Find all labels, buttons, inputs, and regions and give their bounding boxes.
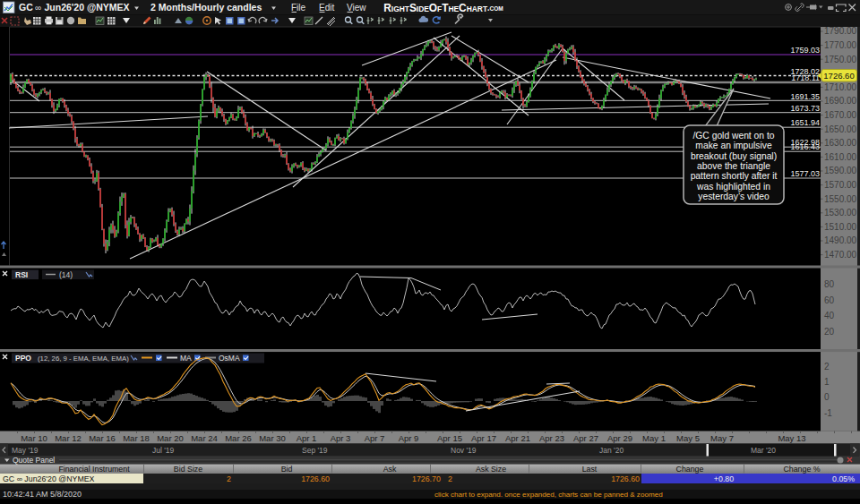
svg-text:1718.11: 1718.11 bbox=[791, 73, 820, 82]
svg-text:60: 60 bbox=[824, 295, 835, 305]
svg-text:Mar 16: Mar 16 bbox=[89, 433, 116, 443]
svg-text:Apr 3: Apr 3 bbox=[331, 433, 351, 443]
svg-text:40: 40 bbox=[824, 311, 835, 320]
svg-text:PPO: PPO bbox=[15, 354, 31, 363]
svg-text:1577.03: 1577.03 bbox=[790, 169, 820, 178]
svg-text:File: File bbox=[291, 3, 306, 13]
svg-text:breakout (buy signal): breakout (buy signal) bbox=[691, 151, 777, 161]
svg-text:Ask: Ask bbox=[383, 465, 397, 474]
svg-text:May '19: May '19 bbox=[12, 446, 39, 455]
svg-text:RightSideOfTheChart.com: RightSideOfTheChart.com bbox=[383, 0, 503, 14]
svg-text:1726.70: 1726.70 bbox=[412, 474, 441, 483]
svg-text:2 Months/Hourly candles: 2 Months/Hourly candles bbox=[150, 2, 262, 13]
svg-text:1: 1 bbox=[824, 377, 830, 387]
svg-text:Change: Change bbox=[676, 465, 704, 474]
svg-text:2: 2 bbox=[227, 474, 231, 483]
svg-text:Apr 15: Apr 15 bbox=[437, 433, 462, 443]
svg-text:was highlighted in: was highlighted in bbox=[696, 182, 770, 192]
svg-text:View: View bbox=[347, 3, 366, 13]
svg-text:1530.00: 1530.00 bbox=[824, 208, 857, 218]
svg-text:Sep '19: Sep '19 bbox=[302, 446, 328, 455]
svg-text:Apr 27: Apr 27 bbox=[573, 433, 598, 443]
svg-text:0.05%: 0.05% bbox=[832, 474, 855, 483]
svg-text:Apr 7: Apr 7 bbox=[365, 433, 385, 443]
svg-text:Mar 24: Mar 24 bbox=[191, 433, 218, 443]
svg-text:Financial Instrument: Financial Instrument bbox=[58, 465, 130, 474]
svg-text:∞: ∞ bbox=[35, 3, 41, 13]
svg-text:May 1: May 1 bbox=[642, 433, 666, 443]
svg-text:Mar 18: Mar 18 bbox=[123, 433, 150, 443]
svg-text:Mar 26: Mar 26 bbox=[225, 433, 252, 443]
svg-text:1710.00: 1710.00 bbox=[824, 82, 857, 92]
svg-text:(12, 26, 9 - EMA, EMA, EMA): (12, 26, 9 - EMA, EMA, EMA) bbox=[38, 355, 129, 363]
svg-text:1590.00: 1590.00 bbox=[824, 166, 857, 175]
svg-text:Bid: Bid bbox=[281, 465, 293, 474]
svg-text:Apr 9: Apr 9 bbox=[399, 433, 419, 443]
svg-text:-1: -1 bbox=[824, 408, 832, 418]
svg-text:click chart to expand. once ex: click chart to expand. once expanded, ch… bbox=[434, 491, 663, 499]
svg-text:make an impulsive: make an impulsive bbox=[695, 141, 772, 150]
svg-text:Mar 12: Mar 12 bbox=[55, 433, 82, 443]
svg-text:Mar '20: Mar '20 bbox=[751, 446, 776, 455]
svg-text:Mar 10: Mar 10 bbox=[21, 433, 47, 443]
svg-text:1550.00: 1550.00 bbox=[824, 194, 857, 204]
svg-text:2: 2 bbox=[448, 474, 452, 483]
svg-text:1610.00: 1610.00 bbox=[824, 152, 857, 162]
svg-text:Ask Size: Ask Size bbox=[476, 465, 506, 474]
svg-text:Last: Last bbox=[582, 465, 598, 474]
svg-text:1650.00: 1650.00 bbox=[824, 124, 857, 134]
svg-text:RSI: RSI bbox=[15, 270, 28, 279]
svg-text:GC: GC bbox=[19, 2, 33, 13]
svg-text:1750.00: 1750.00 bbox=[824, 55, 857, 64]
svg-text:1770.00: 1770.00 bbox=[824, 40, 857, 50]
svg-text:Change %: Change % bbox=[783, 465, 820, 474]
svg-text:80: 80 bbox=[824, 279, 835, 289]
svg-text:Mar 20: Mar 20 bbox=[157, 433, 184, 443]
svg-text:1759.03: 1759.03 bbox=[790, 46, 820, 55]
svg-text:/GC gold went on to: /GC gold went on to bbox=[692, 131, 774, 141]
svg-text:1726.60: 1726.60 bbox=[611, 474, 640, 483]
svg-text:2: 2 bbox=[824, 362, 830, 372]
svg-text:May 5: May 5 bbox=[676, 433, 700, 443]
svg-text:(14): (14) bbox=[59, 270, 73, 279]
svg-text:1470.00: 1470.00 bbox=[824, 250, 857, 260]
svg-text:May 13: May 13 bbox=[778, 433, 805, 443]
svg-text:above the triangle: above the triangle bbox=[697, 161, 770, 171]
svg-text:1570.00: 1570.00 bbox=[824, 180, 857, 190]
svg-text:1616.43: 1616.43 bbox=[790, 142, 820, 151]
svg-text:20: 20 bbox=[824, 327, 835, 337]
svg-text:Apr 21: Apr 21 bbox=[505, 433, 530, 443]
svg-text:1691.35: 1691.35 bbox=[790, 92, 820, 101]
svg-text:yesterday’s video: yesterday’s video bbox=[698, 192, 770, 201]
svg-text:0: 0 bbox=[824, 392, 830, 402]
svg-text:Apr 1: Apr 1 bbox=[297, 433, 317, 443]
svg-text:Nov '19: Nov '19 bbox=[451, 446, 477, 455]
svg-text:GC ∞ Jun26'20 @NYMEX: GC ∞ Jun26'20 @NYMEX bbox=[3, 474, 95, 483]
svg-text:May 7: May 7 bbox=[710, 433, 734, 443]
svg-text:+0.80: +0.80 bbox=[714, 474, 734, 483]
svg-text:Bid Size: Bid Size bbox=[174, 465, 202, 474]
svg-text:1690.00: 1690.00 bbox=[824, 96, 857, 106]
svg-text:pattern shortly after it: pattern shortly after it bbox=[691, 171, 778, 181]
svg-text:1726.60: 1726.60 bbox=[823, 71, 854, 81]
svg-text:1490.00: 1490.00 bbox=[824, 235, 857, 245]
svg-text:Edit: Edit bbox=[319, 3, 334, 13]
svg-text:1630.00: 1630.00 bbox=[824, 138, 857, 148]
svg-text:1510.00: 1510.00 bbox=[824, 222, 857, 232]
svg-text:MA: MA bbox=[180, 354, 192, 363]
svg-text:1651.94: 1651.94 bbox=[790, 118, 820, 127]
svg-text:1726.60: 1726.60 bbox=[301, 474, 330, 483]
svg-text:1790.00: 1790.00 bbox=[824, 26, 857, 36]
svg-text:Apr 29: Apr 29 bbox=[607, 433, 632, 443]
svg-text:Jul '19: Jul '19 bbox=[152, 446, 175, 455]
svg-text:1670.00: 1670.00 bbox=[824, 110, 857, 120]
svg-text:Apr 17: Apr 17 bbox=[471, 433, 496, 443]
svg-text:Apr 23: Apr 23 bbox=[539, 433, 564, 443]
svg-text:OsMA: OsMA bbox=[219, 354, 240, 363]
svg-text:10:42:41 AM 5/8/2020: 10:42:41 AM 5/8/2020 bbox=[3, 490, 82, 499]
svg-text:Jun26'20 @NYMEX: Jun26'20 @NYMEX bbox=[45, 2, 130, 13]
svg-text:Quote Panel: Quote Panel bbox=[13, 456, 55, 465]
svg-text:Mar 30: Mar 30 bbox=[259, 433, 286, 443]
svg-text:1673.73: 1673.73 bbox=[790, 104, 820, 113]
svg-text:Jan '20: Jan '20 bbox=[599, 446, 624, 455]
